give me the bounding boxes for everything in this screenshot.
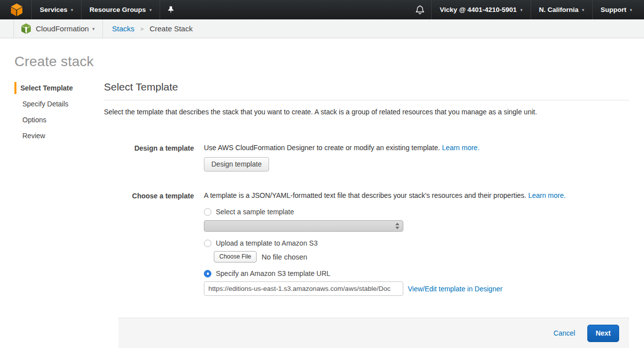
design-template-description: Use AWS CloudFormation Designer to creat… <box>204 144 440 152</box>
choose-file-button[interactable]: Choose File <box>214 251 257 263</box>
wizard-footer: Cancel Next <box>118 318 629 348</box>
design-learn-more-link[interactable]: Learn more. <box>442 144 479 152</box>
region-menu[interactable]: N. California ▾ <box>531 0 592 19</box>
service-nav-bar: CloudFormation ▾ Stacks > Create Stack <box>0 19 644 38</box>
aws-cube-icon <box>10 2 23 17</box>
choose-template-label: Choose a template <box>104 191 194 296</box>
cloudformation-icon <box>21 23 31 34</box>
support-menu[interactable]: Support ▾ <box>593 0 644 19</box>
choose-template-description: A template is a JSON/YAML-formatted text… <box>204 191 526 199</box>
chevron-down-icon: ▾ <box>92 26 95 31</box>
account-label: Vicky @ 4401-4210-5901 <box>440 6 517 13</box>
bell-icon <box>416 5 424 14</box>
section-heading: Select Template <box>104 81 629 93</box>
wizard-step-review[interactable]: Review <box>14 130 104 142</box>
pin-icon <box>167 6 175 14</box>
select-stepper-icon <box>395 223 399 229</box>
next-button[interactable]: Next <box>587 325 619 342</box>
chevron-down-icon: ▾ <box>520 7 523 12</box>
aws-logo[interactable] <box>0 0 31 19</box>
chevron-down-icon: ▾ <box>71 7 74 12</box>
radio-option-specify-url[interactable]: Specify an Amazon S3 template URL <box>204 269 566 277</box>
design-template-label: Design a template <box>104 144 194 172</box>
wizard-step-specify-details[interactable]: Specify Details <box>14 98 104 110</box>
sample-template-select[interactable] <box>204 220 403 232</box>
notifications-button[interactable] <box>409 0 431 19</box>
breadcrumb-separator: > <box>140 26 143 32</box>
radio-option-sample-template[interactable]: Select a sample template <box>204 208 566 216</box>
radio-label-upload-template: Upload a template to Amazon S3 <box>216 239 318 247</box>
section-description: Select the template that describes the s… <box>104 108 629 116</box>
design-template-button[interactable]: Design template <box>204 157 269 172</box>
breadcrumb: Stacks > Create Stack <box>103 24 192 33</box>
account-menu[interactable]: Vicky @ 4401-4210-5901 ▾ <box>432 0 530 19</box>
main-panel: Select Template Select the template that… <box>104 82 629 296</box>
template-url-input[interactable] <box>204 281 403 296</box>
view-edit-designer-link[interactable]: View/Edit template in Designer <box>408 285 502 293</box>
radio-button-unselected[interactable] <box>204 208 211 216</box>
services-menu[interactable]: Services ▾ <box>32 0 81 19</box>
subnav-left-edge <box>0 19 14 38</box>
radio-label-sample-template: Select a sample template <box>216 208 294 216</box>
choose-template-row: Choose a template A template is a JSON/Y… <box>104 191 629 296</box>
cancel-button[interactable]: Cancel <box>553 329 575 337</box>
services-label: Services <box>40 6 68 13</box>
radio-button-selected[interactable] <box>204 270 211 277</box>
chevron-down-icon: ▾ <box>630 7 632 12</box>
page-title: Create stack <box>14 54 644 70</box>
resource-groups-menu[interactable]: Resource Groups ▾ <box>82 0 160 19</box>
choose-learn-more-link[interactable]: Learn more. <box>528 191 565 199</box>
wizard-steps-nav: Select Template Specify Details Options … <box>0 82 104 296</box>
support-label: Support <box>601 6 627 13</box>
wizard-step-select-template[interactable]: Select Template <box>14 82 104 94</box>
template-url-row: View/Edit template in Designer <box>204 281 566 296</box>
chevron-down-icon: ▾ <box>149 7 152 12</box>
breadcrumb-current: Create Stack <box>150 24 193 33</box>
service-name-label: CloudFormation <box>36 24 89 33</box>
radio-label-specify-url: Specify an Amazon S3 template URL <box>216 269 330 277</box>
file-status-text: No file chosen <box>262 253 307 261</box>
file-upload-row: Choose File No file chosen <box>214 251 566 263</box>
cloudformation-service-menu[interactable]: CloudFormation ▾ <box>14 23 102 34</box>
top-nav-bar: Services ▾ Resource Groups ▾ Vicky @ 440… <box>0 0 644 19</box>
heading-divider <box>104 100 629 100</box>
breadcrumb-stacks-link[interactable]: Stacks <box>112 24 134 33</box>
pin-shortcut-button[interactable] <box>160 0 182 19</box>
chevron-down-icon: ▾ <box>582 7 584 12</box>
radio-option-upload-template[interactable]: Upload a template to Amazon S3 <box>204 239 566 247</box>
region-label: N. California <box>539 6 579 13</box>
radio-button-unselected[interactable] <box>204 240 211 247</box>
wizard-step-options[interactable]: Options <box>14 114 104 126</box>
resource-groups-label: Resource Groups <box>90 6 146 13</box>
design-template-row: Design a template Use AWS CloudFormation… <box>104 144 629 172</box>
